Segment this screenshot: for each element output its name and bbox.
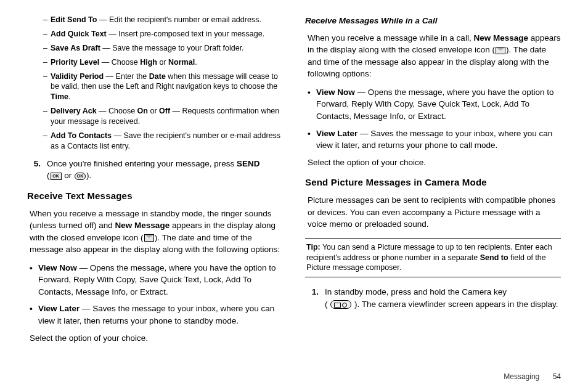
- ok-rounded-key-icon: OK: [75, 173, 86, 180]
- option-bold: Time: [51, 92, 68, 101]
- send-picture-heading: Send Picture Messages in Camera Mode: [305, 176, 561, 189]
- step-line: In standby mode, press and hold the Came…: [325, 287, 507, 296]
- list-item: Delivery Ack — Choose On or Off — Reques…: [43, 106, 283, 127]
- option-title: Validity Period: [51, 72, 104, 81]
- step-line: ). The camera viewfinder screen appears …: [352, 300, 558, 309]
- option-bold: High: [140, 58, 157, 67]
- option-bold: Off: [159, 107, 170, 115]
- option-desc: — Choose: [97, 107, 137, 115]
- step-number: 5.: [31, 158, 47, 182]
- send-picture-para: Picture messages can be sent to recipien…: [308, 194, 561, 231]
- right-column: Receive Messages While in a Call When yo…: [305, 15, 561, 350]
- option-desc: — Choose: [99, 58, 140, 67]
- step-1: 1. In standby mode, press and hold the C…: [309, 286, 561, 310]
- receive-in-call-para: When you receive a message while in a ca…: [308, 32, 561, 80]
- page-number: 54: [553, 372, 561, 381]
- option-title: Delivery Ack: [51, 107, 97, 115]
- option-bold: On: [137, 107, 148, 115]
- envelope-icon: [496, 47, 505, 54]
- option-title: Save As Draft: [51, 44, 100, 52]
- tip-bold: Send to: [480, 253, 508, 262]
- ok-key-icon: OK: [51, 173, 62, 180]
- para-bold: New Message: [473, 33, 528, 43]
- list-item: Add Quick Text — Insert pre-composed tex…: [43, 29, 283, 39]
- list-item: Save As Draft — Save the message to your…: [43, 43, 283, 54]
- list-item: Add To Contacts — Save the recipient's n…: [43, 131, 283, 152]
- step-pre: Once you're finished entering your messa…: [47, 159, 237, 168]
- page-columns: Edit Send To — Edit the recipient's numb…: [27, 15, 561, 350]
- paren-close: ).: [86, 171, 91, 180]
- bullet-bold: View Now: [38, 263, 77, 272]
- option-desc: — Insert pre-composed text in your messa…: [107, 30, 264, 38]
- bullet-bold: View Later: [38, 304, 80, 313]
- left-column: Edit Send To — Edit the recipient's numb…: [27, 15, 283, 350]
- receive-in-call-heading: Receive Messages While in a Call: [305, 15, 561, 27]
- option-desc: or: [148, 107, 159, 115]
- step-text: Once you're finished entering your messa…: [47, 158, 283, 182]
- option-title: Priority Level: [51, 58, 99, 67]
- option-desc: .: [195, 58, 197, 67]
- paren-open: (: [47, 171, 50, 180]
- step-5: 5. Once you're finished entering your me…: [31, 158, 283, 182]
- list-item: View Now — Opens the message, where you …: [30, 262, 283, 298]
- step-bold: SEND: [237, 159, 260, 168]
- option-bold: Date: [149, 72, 166, 81]
- bullet-bold: View Later: [316, 129, 357, 138]
- paren-open: (: [325, 300, 330, 309]
- page-footer: Messaging 54: [504, 372, 561, 382]
- footer-section: Messaging: [504, 372, 539, 381]
- bullet-bold: View Now: [316, 88, 355, 97]
- step-text: In standby mode, press and hold the Came…: [325, 286, 561, 310]
- option-desc: — Enter the: [104, 72, 149, 81]
- options-list: Edit Send To — Edit the recipient's numb…: [27, 15, 283, 152]
- para-bold: New Message: [115, 221, 170, 230]
- option-desc: — Edit the recipient's number or email a…: [97, 15, 261, 24]
- para-text: When you receive a message while in a ca…: [308, 33, 473, 43]
- step-number: 1.: [309, 286, 325, 310]
- list-item: View Now — Opens the message, where you …: [308, 86, 561, 123]
- receive-options-list: View Now — Opens the message, where you …: [30, 262, 283, 327]
- receive-text-heading: Receive Text Messages: [27, 189, 283, 203]
- camera-key-icon: [330, 300, 351, 309]
- tip-label: Tip:: [306, 243, 321, 251]
- list-item: Priority Level — Choose High or Normal.: [43, 57, 283, 68]
- or-text: or: [62, 171, 75, 180]
- list-item: View Later — Saves the message to your i…: [308, 128, 561, 152]
- option-title: Edit Send To: [51, 15, 97, 24]
- envelope-icon: [144, 234, 154, 242]
- option-title: Add To Contacts: [51, 131, 112, 140]
- option-title: Add Quick Text: [51, 30, 107, 38]
- tip-block: Tip: You can send a Picture message to u…: [305, 238, 561, 278]
- list-item: View Later — Saves the message to your i…: [30, 303, 283, 327]
- select-instruction: Select the option of your choice.: [308, 157, 561, 169]
- option-bold: Normal: [168, 58, 195, 67]
- receive-text-para: When you receive a message in standby mo…: [30, 208, 283, 256]
- select-instruction: Select the option of your choice.: [30, 332, 283, 345]
- list-item: Validity Period — Enter the Date when th…: [43, 71, 283, 103]
- option-desc: .: [68, 92, 70, 101]
- in-call-options-list: View Now — Opens the message, where you …: [308, 86, 561, 152]
- option-desc: — Save the message to your Draft folder.: [100, 44, 244, 52]
- list-item: Edit Send To — Edit the recipient's numb…: [43, 15, 283, 25]
- option-desc: or: [157, 58, 168, 67]
